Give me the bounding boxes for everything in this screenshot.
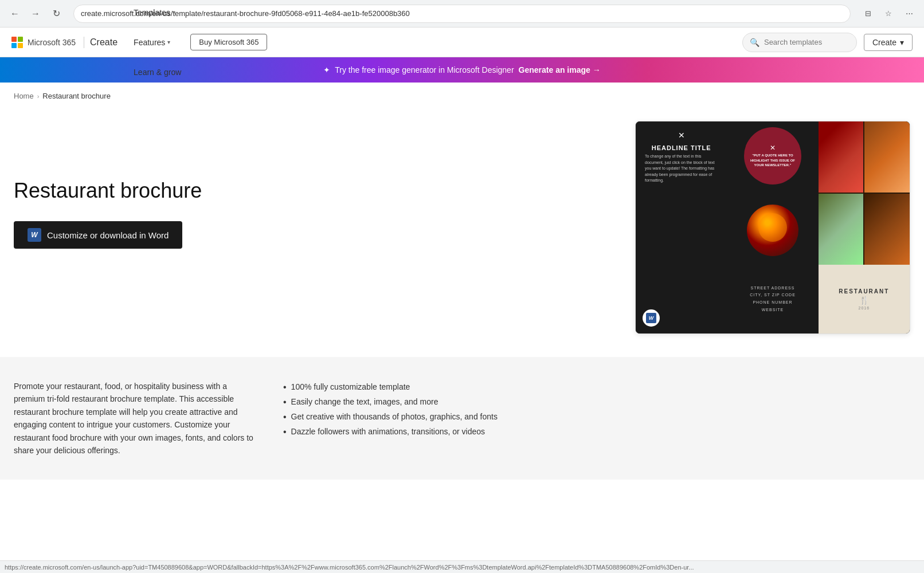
search-icon: 🔍	[750, 38, 759, 47]
template-food-bowl	[727, 196, 818, 265]
feature-item-1: 100% fully customizable template	[283, 380, 530, 395]
create-label[interactable]: Create	[90, 37, 118, 48]
more-icon[interactable]: ⋯	[901, 6, 917, 22]
address-line2: CITY, ST ZIP CODE	[750, 292, 796, 299]
templates-chevron: ▾	[173, 9, 175, 15]
template-preview-inner: ✕ HEADLINE TITLE To change any of the te…	[636, 121, 910, 333]
quote-text: "PUT A QUOTE HERE TO HIGHLIGHT THIS ISSU…	[744, 153, 801, 167]
food-cell-2	[864, 121, 910, 193]
restaurant-year: 2016	[859, 306, 870, 310]
banner-icon: ✦	[323, 65, 330, 74]
features-panel: 100% fully customizable template Easily …	[283, 380, 530, 457]
restaurant-logo-icon: 🍴	[859, 296, 869, 305]
close-x-left: ✕	[678, 131, 685, 140]
ms365-label: Microsoft 365	[28, 38, 76, 47]
create-chevron-icon: ▾	[900, 38, 904, 47]
logo-red	[11, 37, 17, 42]
logo-blue	[11, 43, 17, 48]
breadcrumb-current: Restaurant brochure	[42, 92, 111, 100]
template-left-panel: ✕ HEADLINE TITLE To change any of the te…	[636, 121, 727, 333]
forward-button[interactable]: →	[28, 6, 44, 22]
nav-features[interactable]: Features ▾	[127, 28, 188, 57]
browser-actions: ⊟ ☆ ⋯	[860, 6, 917, 22]
feature-item-4: Dazzle followers with animations, transi…	[283, 425, 530, 439]
feature-item-3: Get creative with thousands of photos, g…	[283, 410, 530, 425]
food-cell-1	[819, 121, 864, 193]
features-list: 100% fully customizable template Easily …	[283, 380, 530, 439]
translate-icon[interactable]: ⊟	[860, 6, 876, 22]
quote-circle: ✕ "PUT A QUOTE HERE TO HIGHLIGHT THIS IS…	[744, 127, 801, 185]
create-dropdown-button[interactable]: Create ▾	[864, 34, 913, 51]
template-body-text: To change any of the text in this docume…	[643, 154, 720, 184]
feature-item-2: Easily change the text, images, and more	[283, 395, 530, 410]
food-bowl-image	[747, 205, 798, 256]
banner-text: Try the free image generator in Microsof…	[335, 65, 514, 74]
nav-templates[interactable]: Templates ▾	[127, 0, 188, 28]
search-bar[interactable]: 🔍	[742, 33, 857, 52]
site-header: Microsoft 365 Create Templates ▾ Feature…	[0, 28, 924, 57]
ms-logo-grid	[11, 37, 23, 48]
word-badge: W	[643, 309, 660, 327]
nav-learn-grow[interactable]: Learn & grow	[127, 57, 188, 87]
back-button[interactable]: ←	[7, 6, 23, 22]
reload-button[interactable]: ↻	[48, 6, 64, 22]
description-panel: Promote your restaurant, food, or hospit…	[14, 380, 260, 457]
buy-button[interactable]: Buy Microsoft 365	[190, 34, 267, 50]
left-panel: Restaurant brochure W Customize or downl…	[14, 121, 612, 249]
main-content: Restaurant brochure W Customize or downl…	[0, 109, 924, 357]
address-bar[interactable]: create.microsoft.com/en-us/template/rest…	[73, 5, 851, 23]
address-line4: WEBSITE	[762, 307, 784, 314]
address-line3: PHONE NUMBER	[753, 299, 792, 307]
ms-logo[interactable]: Microsoft 365	[11, 37, 76, 48]
page-title: Restaurant brochure	[14, 178, 612, 203]
word-icon: W	[28, 228, 41, 242]
main-nav: Templates ▾ Features ▾ Learn & grow	[127, 0, 188, 87]
address-line1: STREET ADDRESS	[751, 285, 795, 292]
template-food-image	[819, 121, 910, 265]
favorite-icon[interactable]: ☆	[880, 6, 896, 22]
features-chevron: ▾	[167, 39, 170, 45]
logo-yellow	[18, 43, 23, 48]
header-divider	[84, 37, 84, 48]
breadcrumb-home[interactable]: Home	[14, 92, 34, 100]
template-preview-card: ✕ HEADLINE TITLE To change any of the te…	[635, 121, 910, 334]
template-restaurant-logo: RESTAURANT 🍴 2016	[819, 265, 910, 333]
download-word-button[interactable]: W Customize or download in Word	[14, 221, 182, 249]
breadcrumb-chevron: ›	[37, 93, 40, 100]
food-cell-4	[864, 194, 910, 265]
word-badge-icon: W	[646, 313, 656, 323]
template-address-panel: STREET ADDRESS CITY, ST ZIP CODE PHONE N…	[727, 265, 818, 333]
close-x-circle: ✕	[770, 144, 776, 152]
template-quote-panel: ✕ "PUT A QUOTE HERE TO HIGHLIGHT THIS IS…	[727, 121, 818, 196]
bottom-info: Promote your restaurant, food, or hospit…	[0, 357, 924, 480]
search-input[interactable]	[764, 38, 849, 46]
description-text: Promote your restaurant, food, or hospit…	[14, 380, 260, 457]
food-cell-3	[819, 194, 864, 265]
bottom-grid: Promote your restaurant, food, or hospit…	[14, 380, 530, 457]
restaurant-name: RESTAURANT	[839, 288, 889, 295]
food-grid	[819, 121, 910, 265]
logo-green	[18, 37, 23, 42]
template-headline: HEADLINE TITLE	[652, 144, 711, 151]
banner-generate-link[interactable]: Generate an image →	[519, 65, 601, 74]
right-panel: ✕ HEADLINE TITLE To change any of the te…	[635, 121, 910, 334]
